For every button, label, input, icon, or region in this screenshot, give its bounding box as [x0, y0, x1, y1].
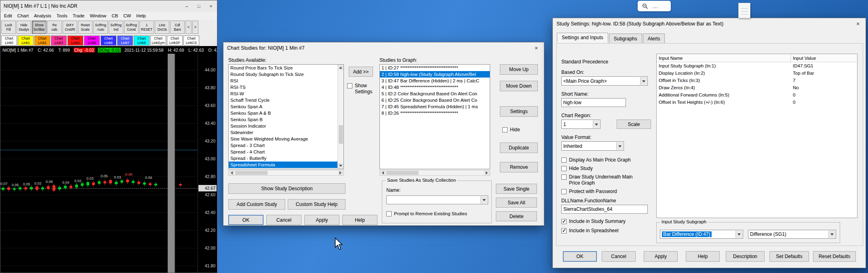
scroll-right-icon[interactable] [338, 170, 343, 175]
toolbar-button[interactable]: 1RESET [139, 21, 154, 34]
based-on-combobox[interactable]: <Main Price Graph> [561, 76, 648, 86]
toolbar-button[interactable]: ShowScrlBar [32, 21, 46, 34]
show-study-description-button[interactable]: Show Study Description [228, 183, 346, 194]
studies-to-graph-list[interactable]: 1 | ID:27 ******************************… [379, 64, 490, 169]
list-item[interactable]: Spread - Butterfly [229, 155, 337, 162]
chart-link-button[interactable]: ChartLinkCS [183, 36, 199, 46]
hide-checkbox[interactable]: Hide [502, 127, 520, 133]
menu-item[interactable]: Trade [70, 13, 87, 18]
chevron-down-icon[interactable] [828, 231, 835, 238]
menu-item[interactable]: Chart [15, 13, 31, 18]
checkbox[interactable] [561, 228, 567, 233]
checkbox[interactable] [347, 83, 352, 88]
menu-item[interactable]: Tools [54, 13, 70, 18]
magnifier-icon[interactable] [642, 3, 648, 9]
scale-button[interactable]: Scale [617, 120, 651, 129]
list-item[interactable]: RSI [229, 78, 337, 84]
chevron-down-icon[interactable] [616, 142, 623, 150]
dll-name-input[interactable] [561, 205, 648, 214]
study-combobox[interactable]: Bar Difference (ID:47) [660, 230, 743, 239]
tab[interactable]: Alerts [643, 34, 665, 43]
table-row[interactable]: Display Location (In:2) Top of Bar [657, 69, 857, 77]
tab[interactable]: Subgraphs [609, 34, 642, 43]
studies-available-list[interactable]: Round Price Bars To Tick SizeRound Study… [228, 64, 344, 169]
include-checkbox[interactable]: Include in Study Summary [561, 218, 655, 225]
chart-link-button[interactable]: ChartLink1 [18, 36, 34, 46]
short-name-input[interactable] [561, 98, 626, 107]
minimize-icon[interactable]: – [181, 1, 193, 12]
checkbox[interactable] [386, 211, 392, 216]
collection-name-combobox[interactable] [386, 195, 488, 204]
vertical-scrollbar[interactable] [337, 65, 343, 169]
checkbox[interactable] [561, 189, 567, 194]
column-header-input-value[interactable]: Input Value [791, 56, 818, 61]
option-checkbox[interactable]: Display As Main Price Graph [561, 157, 640, 163]
chevron-down-icon[interactable] [593, 120, 600, 128]
chart-link-button[interactable]: ChartLink2 [34, 36, 50, 46]
list-item[interactable]: 4 | ID:48 ******************************… [380, 84, 490, 90]
list-item[interactable]: Spreadsheet Formula [229, 162, 337, 168]
toolbar-button[interactable]: SclRngAuto [93, 21, 108, 34]
scrollbar-thumb[interactable] [339, 125, 343, 144]
chart-link-button[interactable]: ChartLinkSym [150, 36, 166, 46]
inputs-table[interactable]: Input Name Input Value Input Study Subgr… [656, 54, 857, 218]
chart-region-combobox[interactable]: 1 [561, 120, 600, 129]
checkbox[interactable] [561, 174, 567, 180]
menu-item[interactable]: Window [87, 13, 109, 18]
list-item[interactable]: Schaff Trend Cycle [229, 97, 337, 103]
save-all-button[interactable]: Save All [496, 197, 537, 208]
toolbar-button[interactable]: Recalc [47, 21, 62, 34]
price-axis[interactable]: 44.0043.8043.6043.4043.2043.0042.8042.60… [198, 54, 217, 273]
table-row[interactable]: Input Study Subgraph (In:1) ID47.SG1 [657, 62, 857, 69]
option-checkbox[interactable]: Protect with Password [561, 189, 640, 195]
show-settings-checkbox[interactable]: Show Settings [347, 83, 376, 95]
checkbox[interactable] [502, 127, 508, 132]
toolbar-button[interactable]: CdlBars [170, 21, 185, 34]
horizontal-scrollbar[interactable] [228, 170, 344, 176]
move-up-button[interactable]: Move Up [500, 64, 538, 75]
close-icon[interactable]: × [850, 19, 866, 29]
option-checkbox[interactable]: Draw Study Underneath Main Price Graph [561, 174, 640, 186]
scroll-up-icon[interactable] [338, 65, 343, 70]
apply-button[interactable]: Apply [644, 251, 678, 262]
tab[interactable]: Settings and Inputs [557, 33, 608, 42]
list-item[interactable]: 6 | ID:25 Color Background Based On Aler… [380, 97, 490, 103]
close-icon[interactable]: × [205, 1, 217, 12]
chart-plot-area[interactable]: 0.070.050.050.020.080.040.020.030.050.03… [0, 54, 198, 273]
horizontal-scrollbar[interactable] [379, 170, 490, 176]
scrollbar-thumb[interactable] [235, 171, 268, 175]
subgraph-combobox[interactable]: Difference (SG1) [748, 230, 836, 239]
menu-item[interactable]: Edit [2, 13, 15, 18]
table-row[interactable]: Offset in Ticks (In:3) 7 [657, 77, 857, 84]
chevron-down-icon[interactable] [640, 77, 647, 85]
chart-link-button[interactable]: ChartLinkSP [167, 36, 183, 46]
ok-button[interactable]: OK [228, 215, 263, 225]
scrollbar-thumb[interactable] [386, 171, 419, 175]
cancel-button[interactable]: Cancel [602, 251, 636, 262]
highlighted-bar-column[interactable] [168, 54, 175, 273]
toolbar-button[interactable]: HideStudys [17, 21, 31, 34]
scroll-right-icon[interactable] [484, 170, 490, 175]
chart-link-button[interactable]: ChartLink0 [1, 36, 17, 46]
chart-link-button[interactable]: ChartLink5 [84, 36, 100, 46]
maximize-icon[interactable]: □ [193, 1, 205, 12]
prompt-remove-checkbox[interactable]: Prompt to Remove Existing Studies [386, 211, 467, 217]
move-down-button[interactable]: Move Down [500, 81, 538, 91]
apply-button[interactable]: Apply [304, 215, 339, 225]
list-item[interactable]: Spread - 3 Chart [229, 142, 337, 149]
list-item[interactable]: RSI-TS [229, 84, 337, 90]
list-item[interactable]: Senkou Span A [229, 103, 337, 110]
toolbar-prev-button[interactable]: < [185, 21, 192, 34]
chart-window-titlebar[interactable]: NIO[M] 1 Min #7 L:1 | Nio Inc ADR – □ × [0, 0, 217, 12]
toolbar-button[interactable]: LockFill [1, 21, 16, 34]
list-item[interactable]: 2 | ID:58 high-low (Study Subgraph Above… [380, 71, 490, 78]
list-item[interactable]: RSI-W [229, 90, 337, 97]
dialog-titlebar[interactable]: Chart Studies for: NIO[M] 1 Min #7 × [223, 42, 544, 54]
list-item[interactable]: Round Study Subgraph to Tick Size [229, 71, 337, 78]
menu-item[interactable]: CB [109, 13, 120, 18]
chevron-down-icon[interactable] [480, 196, 487, 204]
custom-study-help-button[interactable]: Custom Study Help [288, 199, 346, 210]
zoom-toolbar[interactable]: … [638, 1, 671, 11]
toolbar-button[interactable]: SclRngInd [109, 21, 123, 34]
list-item[interactable]: Spread - 4 Chart [229, 149, 337, 155]
